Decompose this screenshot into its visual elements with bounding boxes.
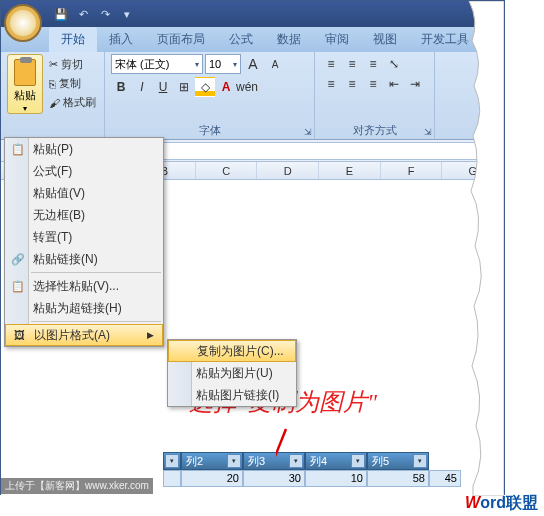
ribbon-tabs: 开始 插入 页面布局 公式 数据 审阅 视图 开发工具 <box>1 27 504 52</box>
link-icon: 🔗 <box>10 253 26 266</box>
align-bottom-button[interactable]: ≡ <box>363 54 383 74</box>
menu-paste-picture-link[interactable]: 粘贴图片链接(I) <box>168 384 296 406</box>
column-header[interactable]: C <box>196 162 258 179</box>
tab-formula[interactable]: 公式 <box>217 27 265 52</box>
font-group: 宋体 (正文)▾ 10▾ A A B I U ⊞ ◇ A wén 字体 ⇲ <box>105 52 315 139</box>
font-group-label: 字体 <box>105 123 314 138</box>
filter-button[interactable]: ▾ <box>289 454 303 468</box>
table-column-header[interactable]: 列5▾ <box>367 452 429 470</box>
paste-icon <box>14 59 36 86</box>
border-button[interactable]: ⊞ <box>174 77 194 97</box>
chevron-down-icon[interactable]: ▾ <box>23 104 27 113</box>
dialog-launcher-icon[interactable]: ⇲ <box>304 127 312 137</box>
table-cell[interactable]: 20 <box>181 470 243 487</box>
tab-view[interactable]: 视图 <box>361 27 409 52</box>
menu-as-picture[interactable]: 🖼以图片格式(A)▶ <box>5 324 163 346</box>
tab-insert[interactable]: 插入 <box>97 27 145 52</box>
alignment-group-label: 对齐方式 <box>315 123 434 138</box>
font-name-select[interactable]: 宋体 (正文)▾ <box>111 54 203 74</box>
redo-icon[interactable]: ↷ <box>97 6 113 22</box>
qat-dropdown-icon[interactable]: ▾ <box>119 6 135 22</box>
watermark: Word联盟 www.wordlm.com <box>465 493 538 514</box>
menu-no-border[interactable]: 无边框(B) <box>5 204 163 226</box>
column-header[interactable]: E <box>319 162 381 179</box>
submenu-arrow-icon: ▶ <box>147 330 154 340</box>
filter-button[interactable]: ▾ <box>413 454 427 468</box>
paste-button[interactable]: 粘贴 ▾ <box>7 54 43 114</box>
table-cell[interactable] <box>163 470 181 487</box>
filter-button[interactable]: ▾ <box>165 454 179 468</box>
font-color-button[interactable]: A <box>216 77 236 97</box>
tab-review[interactable]: 审阅 <box>313 27 361 52</box>
brush-icon: 🖌 <box>49 97 60 109</box>
picture-submenu: 复制为图片(C)... 粘贴为图片(U) 粘贴图片链接(I) <box>167 339 297 407</box>
grow-font-button[interactable]: A <box>243 54 263 74</box>
indent-inc-button[interactable]: ⇥ <box>405 74 425 94</box>
paste-icon: 📋 <box>10 143 26 156</box>
italic-button[interactable]: I <box>132 77 152 97</box>
ribbon: 粘贴 ▾ ✂剪切 ⎘复制 🖌格式刷 宋体 (正文)▾ 10▾ A A B I U… <box>1 52 504 140</box>
upload-credit: 上传于【新客网】www.xker.com <box>1 478 153 494</box>
shrink-font-button[interactable]: A <box>265 54 285 74</box>
menu-paste[interactable]: 📋粘贴(P) <box>5 138 163 160</box>
paste-special-icon: 📋 <box>10 280 26 293</box>
column-header[interactable]: D <box>257 162 319 179</box>
table-cell[interactable]: 45 <box>429 470 461 487</box>
alignment-group: ≡ ≡ ≡ ⤡ ≡ ≡ ≡ ⇤ ⇥ 对齐方式 ⇲ <box>315 52 435 139</box>
menu-copy-as-picture[interactable]: 复制为图片(C)... <box>168 340 296 362</box>
tab-data[interactable]: 数据 <box>265 27 313 52</box>
tab-layout[interactable]: 页面布局 <box>145 27 217 52</box>
clipboard-group: 粘贴 ▾ ✂剪切 ⎘复制 🖌格式刷 <box>1 52 105 139</box>
menu-paste-value[interactable]: 粘贴值(V) <box>5 182 163 204</box>
align-right-button[interactable]: ≡ <box>363 74 383 94</box>
save-icon[interactable]: 💾 <box>53 6 69 22</box>
dialog-launcher-icon[interactable]: ⇲ <box>424 127 432 137</box>
titlebar: 💾 ↶ ↷ ▾ <box>1 1 504 27</box>
table-column-header[interactable]: 列2▾ <box>181 452 243 470</box>
office-button[interactable] <box>4 4 42 42</box>
copy-button[interactable]: ⎘复制 <box>47 75 98 92</box>
menu-formula[interactable]: 公式(F) <box>5 160 163 182</box>
filter-button[interactable]: ▾ <box>351 454 365 468</box>
table-column-header[interactable]: ▾ <box>163 452 181 470</box>
table-cell[interactable]: 30 <box>243 470 305 487</box>
align-middle-button[interactable]: ≡ <box>342 54 362 74</box>
underline-button[interactable]: U <box>153 77 173 97</box>
indent-dec-button[interactable]: ⇤ <box>384 74 404 94</box>
copy-icon: ⎘ <box>49 78 56 90</box>
table-cell[interactable]: 10 <box>305 470 367 487</box>
menu-paste-link[interactable]: 🔗粘贴链接(N) <box>5 248 163 270</box>
menu-paste-as-picture[interactable]: 粘贴为图片(U) <box>168 362 296 384</box>
align-top-button[interactable]: ≡ <box>321 54 341 74</box>
scissors-icon: ✂ <box>49 58 58 71</box>
formula-input[interactable] <box>123 142 504 160</box>
filter-button[interactable]: ▾ <box>227 454 241 468</box>
menu-paste-special[interactable]: 📋选择性粘贴(V)... <box>5 275 163 297</box>
quick-access-toolbar: 💾 ↶ ↷ ▾ <box>53 6 135 22</box>
torn-paper-edge <box>464 1 504 496</box>
bold-button[interactable]: B <box>111 77 131 97</box>
tab-home[interactable]: 开始 <box>49 27 97 52</box>
menu-transpose[interactable]: 转置(T) <box>5 226 163 248</box>
cut-button[interactable]: ✂剪切 <box>47 56 98 73</box>
table-cell[interactable]: 58 <box>367 470 429 487</box>
undo-icon[interactable]: ↶ <box>75 6 91 22</box>
align-left-button[interactable]: ≡ <box>321 74 341 94</box>
fill-color-button[interactable]: ◇ <box>195 77 215 97</box>
align-center-button[interactable]: ≡ <box>342 74 362 94</box>
font-size-select[interactable]: 10▾ <box>205 54 241 74</box>
chevron-down-icon[interactable]: ▾ <box>233 60 237 69</box>
picture-icon: 🖼 <box>11 329 27 341</box>
column-header[interactable]: F <box>381 162 443 179</box>
table-column-header[interactable]: 列3▾ <box>243 452 305 470</box>
menu-paste-hyperlink[interactable]: 粘贴为超链接(H) <box>5 297 163 319</box>
chevron-down-icon[interactable]: ▾ <box>195 60 199 69</box>
app-window: 💾 ↶ ↷ ▾ 开始 插入 页面布局 公式 数据 审阅 视图 开发工具 粘贴 ▾… <box>0 0 505 495</box>
format-painter-button[interactable]: 🖌格式刷 <box>47 94 98 111</box>
orientation-button[interactable]: ⤡ <box>384 54 404 74</box>
table-column-header[interactable]: 列4▾ <box>305 452 367 470</box>
phonetic-button[interactable]: wén <box>237 77 257 97</box>
paste-context-menu: 📋粘贴(P) 公式(F) 粘贴值(V) 无边框(B) 转置(T) 🔗粘贴链接(N… <box>4 137 164 347</box>
paste-label: 粘贴 <box>14 88 36 103</box>
selected-table: ▾ 列2▾ 列3▾ 列4▾ 列5▾ 20 30 10 58 45 <box>163 452 461 487</box>
